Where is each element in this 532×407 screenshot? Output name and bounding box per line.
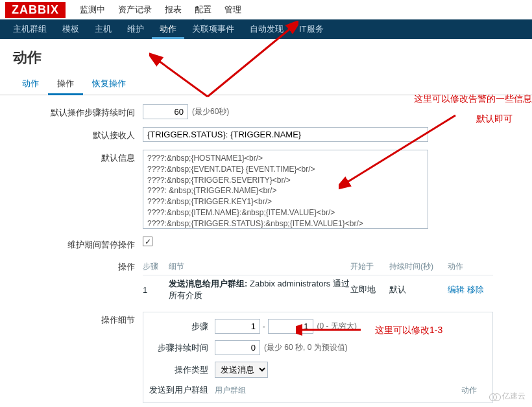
tab-recovery[interactable]: 恢复操作 xyxy=(83,74,135,95)
hint-step-duration: (最少60秒) xyxy=(192,106,229,117)
subnav-discovery[interactable]: 自动发现 xyxy=(242,19,291,39)
ops-col-detail: 细节 xyxy=(169,261,350,272)
annotation-text-1: 这里可以修改告警的一些信息 xyxy=(414,93,532,105)
hint-detail-duration: (最少 60 秒, 0 为预设值) xyxy=(264,342,348,353)
label-recipient: 默认接收人 xyxy=(13,127,143,141)
topnav-inventory[interactable]: 资产记录 xyxy=(112,1,158,18)
textarea-message[interactable]: ????:&nbsp;{HOSTNAME1}<br/> ????:&nbsp;{… xyxy=(143,150,428,229)
ops-col-action: 动作 xyxy=(448,261,493,272)
topnav-reports[interactable]: 报表 xyxy=(158,1,188,18)
cloud-icon xyxy=(489,393,501,401)
label-pause-maintenance: 维护期间暂停操作 xyxy=(13,237,143,251)
top-navigation: ZABBIX 监测中 资产记录 报表 配置 管理 xyxy=(0,0,532,19)
subnav-hosts[interactable]: 主机 xyxy=(87,19,119,39)
subnav-templates[interactable]: 模板 xyxy=(54,19,87,39)
input-step-duration[interactable] xyxy=(143,104,188,119)
operations-table: 步骤 细节 开始于 持续时间(秒) 动作 1 发送消息给用户群组: Zabbix… xyxy=(143,259,493,304)
subnav-correlation[interactable]: 关联项事件 xyxy=(184,19,242,39)
topnav-administration[interactable]: 管理 xyxy=(218,1,248,18)
subnav-actions[interactable]: 动作 xyxy=(152,19,184,39)
tab-action[interactable]: 动作 xyxy=(13,74,48,95)
input-step-from[interactable] xyxy=(215,319,260,334)
select-operation-type[interactable]: 发送消息 xyxy=(215,362,268,378)
detail-duration-label: 步骤持续时间 xyxy=(143,342,215,354)
sendgroup-action-header: 动作 xyxy=(461,385,477,396)
label-operation-detail: 操作细节 xyxy=(13,312,143,326)
tab-operations[interactable]: 操作 xyxy=(48,74,83,95)
ops-detail-cell: 发送消息给用户群组: Zabbix administrators 通过 所有介质 xyxy=(169,278,350,301)
ops-col-duration: 持续时间(秒) xyxy=(389,261,448,272)
watermark-text: 亿速云 xyxy=(502,391,526,402)
ops-idx: 1 xyxy=(143,285,169,295)
ops-actions: 编辑 移除 xyxy=(448,284,493,296)
page-title: 动作 xyxy=(0,39,532,74)
ops-start: 立即地 xyxy=(350,284,389,296)
subnav-maintenance[interactable]: 维护 xyxy=(119,19,152,39)
operation-detail-box: 步骤 - (0 - 无穷大) 步骤持续时间 (最少 60 秒, 0 为预设值) … xyxy=(143,312,493,403)
detail-step-label: 步骤 xyxy=(143,321,215,332)
subnav-hostgroups[interactable]: 主机群组 xyxy=(5,19,54,39)
tabs: 动作 操作 恢复操作 xyxy=(0,74,532,95)
input-step-to[interactable] xyxy=(268,319,313,334)
ops-col-steps: 步骤 xyxy=(143,261,169,272)
topnav-configuration[interactable]: 配置 xyxy=(188,1,218,18)
operations-row: 1 发送消息给用户群组: Zabbix administrators 通过 所有… xyxy=(143,275,493,304)
detail-type-label: 操作类型 xyxy=(143,364,215,376)
hint-step-range: (0 - 无穷大) xyxy=(317,321,357,332)
label-operations: 操作 xyxy=(13,259,143,273)
subnav-itservices[interactable]: IT服务 xyxy=(291,19,332,39)
sendgroup-header: 用户群组 xyxy=(215,385,246,396)
ops-duration: 默认 xyxy=(389,284,448,296)
ops-edit-link[interactable]: 编辑 xyxy=(448,285,465,294)
ops-prefix: 发送消息给用户群组: xyxy=(169,279,247,288)
sub-navigation: 主机群组 模板 主机 维护 动作 关联项事件 自动发现 IT服务 xyxy=(0,19,532,39)
form-area: 默认操作步骤持续时间 (最少60秒) 默认接收人 默认信息 ????:&nbsp… xyxy=(0,95,532,407)
label-step-duration: 默认操作步骤持续时间 xyxy=(13,104,143,119)
watermark: 亿速云 xyxy=(489,391,526,402)
input-recipient[interactable] xyxy=(143,127,428,142)
detail-sendgroup-label: 发送到用户群组 xyxy=(143,384,215,396)
ops-col-start: 开始于 xyxy=(350,261,389,272)
label-message: 默认信息 xyxy=(13,150,143,164)
ops-remove-link[interactable]: 移除 xyxy=(467,285,484,294)
dash: - xyxy=(260,321,268,331)
checkbox-pause-maintenance[interactable] xyxy=(143,237,152,246)
topnav-monitoring[interactable]: 监测中 xyxy=(73,1,112,18)
input-detail-duration[interactable] xyxy=(215,340,260,355)
logo: ZABBIX xyxy=(5,2,66,18)
